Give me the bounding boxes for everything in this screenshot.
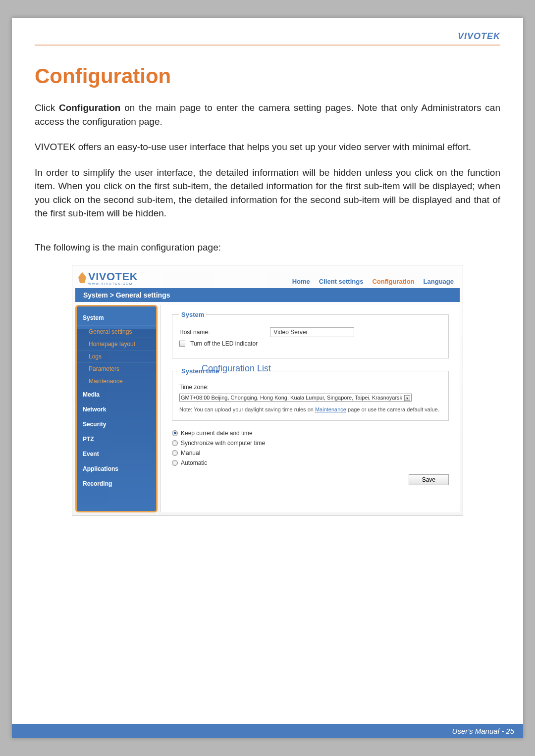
radio-label: Keep current date and time [181,430,253,437]
system-fieldset: System Host name: Video Server Turn off … [172,311,449,358]
radio-automatic[interactable]: Automatic [172,459,449,466]
vivotek-logo: VIVOTEK WWW.VIVOTEK.COM [78,270,138,285]
page-header: VIVOTEK [35,18,500,46]
timezone-note: Note: You can upload your daylight savin… [179,406,441,412]
sidebar-item-maintenance[interactable]: Maintenance [77,375,156,387]
radio-icon [172,450,178,456]
nav-client-settings[interactable]: Client settings [319,278,364,285]
sidebar-item-logs[interactable]: Logs [77,350,156,362]
radio-label: Synchronize with computer time [181,440,265,447]
radio-icon [172,430,178,436]
nav-configuration[interactable]: Configuration [372,278,414,285]
screenshot-topbar: VIVOTEK WWW.VIVOTEK.COM Home Client sett… [72,265,463,288]
note-post: page or use the camera default value. [346,406,439,412]
timezone-select[interactable]: GMT+08:00 Beijing, Chongqing, Hong Kong,… [179,394,412,402]
led-label: Turn off the LED indicator [190,340,258,347]
system-time-legend: System time [179,367,221,375]
nav-language[interactable]: Language [424,278,454,285]
maintenance-link[interactable]: Maintenance [315,406,346,412]
radio-sync-computer[interactable]: Synchronize with computer time [172,440,449,447]
led-checkbox[interactable] [179,341,185,347]
logo-subtext: WWW.VIVOTEK.COM [88,282,138,285]
intro-paragraph-1: Click Configuration on the main page to … [35,101,500,128]
host-name-input[interactable]: Video Server [270,327,354,337]
intro-paragraph-3: In order to simplify the user interface,… [35,166,500,220]
sidebar-item-security[interactable]: Security [77,417,156,432]
brand-top: VIVOTEK [458,31,500,42]
sidebar-item-parameters[interactable]: Parameters [77,362,156,375]
screenshot-body: System General settings Homepage layout … [72,302,463,515]
sidebar-item-applications[interactable]: Applications [77,461,156,476]
radio-icon [172,440,178,446]
page-footer: User's Manual - 25 [12,724,523,738]
logo-mark-icon [78,272,86,283]
radio-label: Manual [181,450,200,456]
intro-paragraph-2: VIVOTEK offers an easy-to-use user inter… [35,140,500,154]
nav-home[interactable]: Home [292,278,310,285]
p1-bold: Configuration [59,102,121,113]
screenshot-caption: The following is the main configuration … [35,242,500,253]
sidebar-item-homepage-layout[interactable]: Homepage layout [77,338,156,350]
chevron-down-icon: ▾ [404,395,410,401]
radio-icon [172,460,178,466]
radio-keep-current[interactable]: Keep current date and time [172,430,449,437]
logo-word: VIVOTEK [88,270,138,283]
main-panel: System Host name: Video Server Turn off … [160,305,460,512]
radio-manual[interactable]: Manual [172,450,449,456]
save-button[interactable]: Save [409,474,449,485]
config-sidebar: System General settings Homepage layout … [75,305,158,512]
sidebar-item-network[interactable]: Network [77,402,156,417]
host-name-label: Host name: [179,329,210,336]
sidebar-item-media[interactable]: Media [77,387,156,402]
sidebar-item-ptz[interactable]: PTZ [77,432,156,447]
document-page: VIVOTEK Configuration Click Configuratio… [12,18,523,738]
top-nav: Home Client settings Configuration Langu… [292,278,454,285]
sidebar-item-system[interactable]: System [77,310,156,325]
p1-pre: Click [35,102,59,113]
sidebar-item-general-settings[interactable]: General settings [77,325,156,338]
timezone-label: Time zone: [179,384,209,391]
system-legend: System [179,311,206,318]
radio-label: Automatic [181,459,207,466]
note-pre: Note: You can upload your daylight savin… [179,406,315,412]
sidebar-item-event[interactable]: Event [77,447,156,461]
timezone-value: GMT+08:00 Beijing, Chongqing, Hong Kong,… [181,395,402,401]
config-screenshot: VIVOTEK WWW.VIVOTEK.COM Home Client sett… [72,265,463,516]
sidebar-item-recording[interactable]: Recording [77,476,156,491]
system-time-fieldset: System time Time zone: GMT+08:00 Beijing… [172,367,449,421]
footer-text: User's Manual - 25 [452,727,514,735]
page-title: Configuration [35,64,500,88]
breadcrumb: System > General settings [75,288,460,302]
